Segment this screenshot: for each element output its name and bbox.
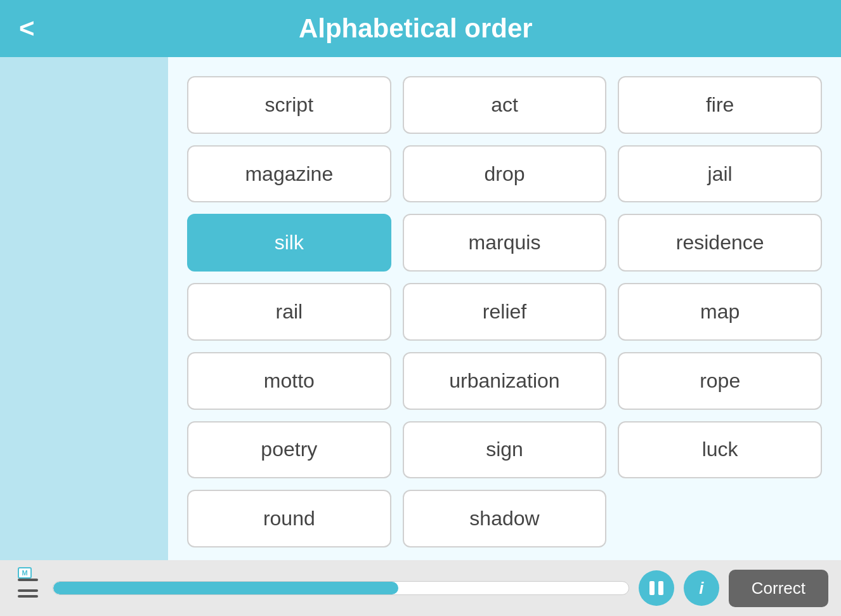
- main-area: scriptactfiremagazinedropjailsilkmarquis…: [0, 57, 841, 560]
- word-button-rail[interactable]: rail: [187, 283, 391, 341]
- bottom-bar: M i Correct: [0, 560, 841, 616]
- word-button-sign[interactable]: sign: [403, 421, 607, 479]
- info-button[interactable]: i: [684, 570, 719, 606]
- word-button-drop[interactable]: drop: [403, 145, 607, 203]
- word-button-round[interactable]: round: [187, 490, 391, 547]
- word-button-fire[interactable]: fire: [618, 76, 822, 134]
- progress-bar-fill: [53, 582, 398, 594]
- progress-bar: [53, 581, 629, 595]
- pause-button[interactable]: [639, 570, 674, 606]
- word-button-magazine[interactable]: magazine: [187, 145, 391, 203]
- word-button-relief[interactable]: relief: [403, 283, 607, 341]
- page-title: Alphabetical order: [48, 13, 784, 44]
- info-icon: i: [699, 579, 703, 598]
- correct-button[interactable]: Correct: [729, 570, 828, 607]
- word-button-: [618, 490, 822, 547]
- word-button-marquis[interactable]: marquis: [403, 214, 607, 272]
- word-button-act[interactable]: act: [403, 76, 607, 134]
- header: < Alphabetical order: [0, 0, 841, 57]
- word-button-urbanization[interactable]: urbanization: [403, 352, 607, 410]
- word-button-jail[interactable]: jail: [618, 145, 822, 203]
- sidebar: [0, 57, 168, 560]
- back-button[interactable]: <: [19, 15, 35, 42]
- word-button-shadow[interactable]: shadow: [403, 490, 607, 547]
- pause-bar-left: [649, 581, 655, 595]
- word-button-script[interactable]: script: [187, 76, 391, 134]
- word-button-luck[interactable]: luck: [618, 421, 822, 479]
- word-button-motto[interactable]: motto: [187, 352, 391, 410]
- content-area: scriptactfiremagazinedropjailsilkmarquis…: [168, 57, 841, 560]
- word-button-silk[interactable]: silk: [187, 214, 391, 272]
- word-grid: scriptactfiremagazinedropjailsilkmarquis…: [187, 76, 822, 547]
- word-button-map[interactable]: map: [618, 283, 822, 341]
- menu-icon[interactable]: M: [13, 573, 43, 603]
- word-button-poetry[interactable]: poetry: [187, 421, 391, 479]
- word-button-rope[interactable]: rope: [618, 352, 822, 410]
- pause-icon: [649, 581, 663, 595]
- word-button-residence[interactable]: residence: [618, 214, 822, 272]
- pause-bar-right: [658, 581, 663, 595]
